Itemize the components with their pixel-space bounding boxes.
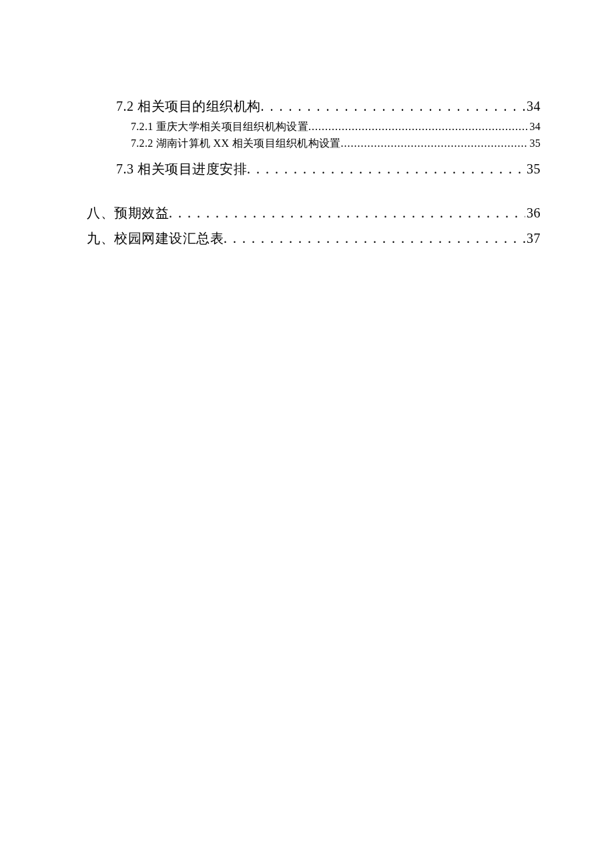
toc-leader-dots — [247, 156, 525, 181]
toc-entry: 7.2.1 重庆大学相关项目组织机构设置 34 — [73, 119, 541, 135]
toc-entry-page: 37 — [525, 226, 541, 251]
toc-entry-page: 34 — [528, 119, 541, 135]
toc-entry-page: 35 — [528, 135, 541, 152]
toc-entry-label: 九、校园网建设汇总表 — [87, 226, 224, 251]
toc-entry: 九、校园网建设汇总表 37 — [73, 226, 541, 251]
toc-leader-dots — [169, 200, 525, 226]
document-page: 7.2 相关项目的组织机构 347.2.1 重庆大学相关项目组织机构设置 347… — [0, 0, 614, 868]
toc-entry-page: 36 — [525, 200, 541, 226]
toc-entry-label: 7.2.1 重庆大学相关项目组织机构设置 — [131, 119, 308, 135]
toc-entry-label: 八、预期效益 — [87, 200, 169, 226]
toc-entry-label: 7.2 相关项目的组织机构 — [116, 93, 261, 119]
toc-entry-label: 7.3 相关项目进度安排 — [116, 156, 247, 181]
toc-entry: 八、预期效益 36 — [73, 200, 541, 226]
toc-entry: 7.3 相关项目进度安排 35 — [73, 156, 541, 181]
toc-leader-dots — [224, 226, 525, 251]
toc-leader-dots — [308, 119, 528, 135]
toc-leader-dots — [341, 135, 529, 152]
toc-entry: 7.2 相关项目的组织机构 34 — [73, 93, 541, 119]
toc-entry-page: 35 — [525, 156, 541, 181]
toc-entry-label: 7.2.2 湖南计算机 XX 相关项目组织机构设置 — [131, 135, 341, 152]
table-of-contents: 7.2 相关项目的组织机构 347.2.1 重庆大学相关项目组织机构设置 347… — [73, 93, 541, 251]
toc-leader-dots — [261, 93, 526, 119]
toc-entry-page: 34 — [525, 93, 541, 119]
toc-entry: 7.2.2 湖南计算机 XX 相关项目组织机构设置 35 — [73, 135, 541, 152]
